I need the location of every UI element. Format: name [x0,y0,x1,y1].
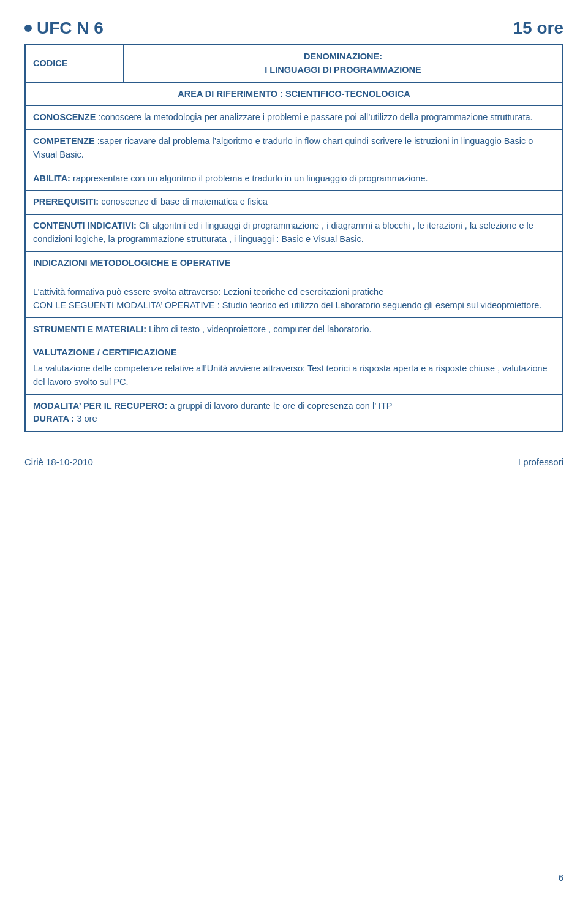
valutazione-cell: VALUTAZIONE / CERTIFICAZIONE La valutazi… [26,341,563,394]
abilita-row: ABILITA: rappresentare con un algoritmo … [26,167,563,191]
conoscenze-text: :conoscere la metodologia per analizzare… [98,112,532,122]
competenze-cell: COMPETENZE :saper ricavare dal problema … [26,130,563,167]
modalita-text: a gruppi di lavoro durante le ore di cop… [170,401,392,411]
modalita-row: MODALITA’ PER IL RECUPERO: a gruppi di l… [26,394,563,431]
prerequisiti-cell: PREREQUISITI: conoscenze di base di mate… [26,191,563,215]
denominazione-cell: DENOMINAZIONE: I LINGUAGGI DI PROGRAMMAZ… [124,45,563,83]
valutazione-text: La valutazione delle competenze relative… [33,363,548,387]
footer-date-place: Ciriè 18-10-2010 [24,457,93,467]
abilita-text: rappresentare con un algoritmo il proble… [73,173,428,183]
contenuti-row: CONTENUTI INDICATIVI: Gli algoritmi ed i… [26,215,563,252]
header: UFC N 6 15 ore [24,18,564,38]
indicazioni-label: INDICAZIONI METODOLOGICHE E OPERATIVE [33,258,231,268]
strumenti-row: STRUMENTI E MATERIALI: Libro di testo , … [26,317,563,341]
prerequisiti-label: PREREQUISITI: [33,197,99,207]
area-row: AREA DI RIFERIMENTO : SCIENTIFICO-TECNOL… [26,82,563,106]
strumenti-label: STRUMENTI E MATERIALI: [33,324,146,334]
modalita-label: MODALITA’ PER IL RECUPERO: [33,401,167,411]
conoscenze-label: CONOSCENZE [33,112,96,122]
denominazione-value: I LINGUAGGI DI PROGRAMMAZIONE [265,65,421,75]
competenze-label: COMPETENZE [33,136,95,146]
codice-label: CODICE [33,58,67,68]
conoscenze-cell: CONOSCENZE :conoscere la metodologia per… [26,106,563,130]
modalita-cell: MODALITA’ PER IL RECUPERO: a gruppi di l… [26,394,563,431]
competenze-text: :saper ricavare dal problema l’algoritmo… [33,136,533,159]
valutazione-label: VALUTAZIONE / CERTIFICAZIONE [33,348,177,357]
area-cell: AREA DI RIFERIMENTO : SCIENTIFICO-TECNOL… [26,82,563,106]
durata-text: 3 ore [77,414,97,424]
codice-cell: CODICE [26,45,124,83]
abilita-cell: ABILITA: rappresentare con un algoritmo … [26,167,563,191]
durata-label: DURATA : [33,414,74,424]
title-ufc: UFC N 6 [37,18,104,38]
bullet-icon [24,25,32,32]
codice-row: CODICE DENOMINAZIONE: I LINGUAGGI DI PRO… [26,45,563,83]
competenze-row: COMPETENZE :saper ricavare dal problema … [26,130,563,167]
area-label: AREA DI RIFERIMENTO : SCIENTIFICO-TECNOL… [178,89,410,99]
footer: Ciriè 18-10-2010 I professori [24,457,564,467]
denominazione-label: DENOMINAZIONE: [304,51,382,61]
valutazione-row: VALUTAZIONE / CERTIFICAZIONE La valutazi… [26,341,563,394]
indicazioni-cell: INDICAZIONI METODOLOGICHE E OPERATIVE L’… [26,251,563,317]
strumenti-cell: STRUMENTI E MATERIALI: Libro di testo , … [26,317,563,341]
main-content: CODICE DENOMINAZIONE: I LINGUAGGI DI PRO… [24,44,564,432]
prerequisiti-row: PREREQUISITI: conoscenze di base di mate… [26,191,563,215]
header-left: UFC N 6 [24,18,104,38]
contenuti-cell: CONTENUTI INDICATIVI: Gli algoritmi ed i… [26,215,563,252]
footer-professors: I professori [518,457,564,467]
indicazioni-text: L’attività formativa può essere svolta a… [33,287,541,310]
title-ore: 15 ore [513,18,564,38]
prerequisiti-text: conoscenze di base di matematica e fisic… [101,197,268,207]
conoscenze-row: CONOSCENZE :conoscere la metodologia per… [26,106,563,130]
indicazioni-row: INDICAZIONI METODOLOGICHE E OPERATIVE L’… [26,251,563,317]
abilita-label: ABILITA: [33,173,70,183]
contenuti-label: CONTENUTI INDICATIVI: [33,221,137,230]
strumenti-text: Libro di testo , videoproiettore , compu… [149,324,372,334]
info-table: CODICE DENOMINAZIONE: I LINGUAGGI DI PRO… [25,45,563,431]
page-number: 6 [559,872,564,883]
